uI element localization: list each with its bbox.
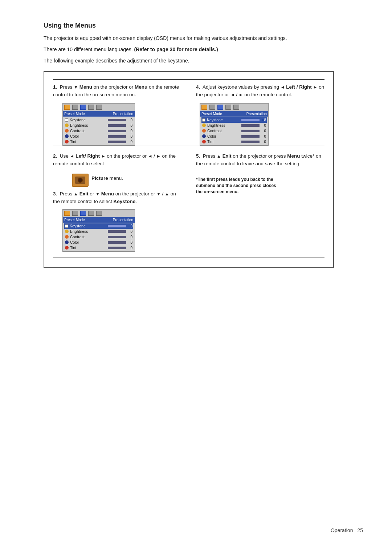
step-3-text: 3. Press ▲ Exit or ▼ Menu on the project… bbox=[53, 190, 181, 206]
contrast-icon-1 bbox=[65, 129, 69, 133]
menu-icon-1a bbox=[64, 105, 70, 110]
menu-icon-3e bbox=[96, 211, 102, 216]
step-5-cell: 5. Press ▲ Exit on the projector or pres… bbox=[192, 150, 324, 252]
menu-preset-label-2: Preset Mode bbox=[201, 112, 222, 116]
keystone-icon-2 bbox=[202, 118, 205, 122]
keystone-bar-3 bbox=[108, 225, 126, 227]
color-label-3: Color bbox=[70, 240, 108, 244]
menu-row-contrast-2: Contrast 0 bbox=[201, 128, 267, 134]
picture-menu-label: Picture menu. bbox=[91, 175, 123, 182]
page: Using the Menus The projector is equippe… bbox=[0, 0, 392, 555]
contrast-bar-3 bbox=[108, 236, 126, 238]
keystone-val-1: 0 bbox=[127, 118, 132, 122]
menu-preset-row-3: Preset Mode Presentation bbox=[63, 217, 135, 223]
color-val-1: 0 bbox=[127, 134, 132, 138]
color-bar-2 bbox=[241, 135, 260, 138]
brightness-label-1: Brightness bbox=[70, 123, 108, 127]
intro2-bold: (Refer to page 30 for more details.) bbox=[134, 46, 218, 52]
contrast-icon-3 bbox=[65, 235, 69, 239]
step-5-text: 5. Press ▲ Exit on the projector or pres… bbox=[196, 153, 324, 168]
keystone-label-2: Keystone bbox=[207, 118, 241, 122]
menu-preset-row-2: Preset Mode Presentation bbox=[200, 111, 268, 117]
tint-val-2: 0 bbox=[261, 140, 266, 144]
brightness-bar-3 bbox=[108, 230, 126, 233]
menu-icon-3b bbox=[72, 211, 78, 216]
brightness-bar-1 bbox=[108, 124, 126, 127]
menu-preset-row-1: Preset Mode Presentation bbox=[63, 111, 135, 117]
color-icon-3 bbox=[65, 240, 69, 244]
menu-preset-label-3: Preset Mode bbox=[64, 218, 85, 222]
brightness-bar-2 bbox=[241, 124, 260, 127]
tint-label-1: Tint bbox=[70, 139, 108, 144]
menu-screenshot-3: Preset Mode Presentation Keystone 0 Brig bbox=[62, 209, 135, 252]
menu-row-keystone-3: Keystone 0 bbox=[64, 223, 133, 229]
steps-bottom-grid: 2. Use ◄ Left/ Right ► on the projector … bbox=[53, 150, 324, 252]
brightness-label-2: Brightness bbox=[207, 123, 241, 127]
menu-header-2 bbox=[200, 104, 268, 111]
step-4-cell: 4. Adjust keystone values by pressing ◄ … bbox=[192, 80, 324, 146]
brightness-val-2: 0 bbox=[261, 123, 266, 127]
tint-bar-2 bbox=[241, 141, 260, 143]
tint-icon-3 bbox=[65, 246, 69, 250]
brightness-val-3: 0 bbox=[127, 230, 132, 234]
menu-row-contrast-3: Contrast 0 bbox=[64, 234, 133, 240]
menu-icon-2a bbox=[201, 105, 207, 110]
keystone-val-3: 0 bbox=[127, 224, 132, 228]
menu-row-brightness-1: Brightness 0 bbox=[64, 123, 133, 128]
keystone-bar-2 bbox=[241, 119, 260, 121]
menu-preset-label-1: Preset Mode bbox=[64, 112, 85, 116]
menu-row-color-2: Color 0 bbox=[201, 134, 267, 139]
picture-icon bbox=[72, 174, 89, 187]
menu-icon-2e bbox=[233, 105, 239, 110]
contrast-val-1: 0 bbox=[127, 129, 132, 133]
menu-screenshot-1: Preset Mode Presentation Keystone 0 Brig bbox=[62, 103, 135, 146]
footer-page: 25 bbox=[357, 527, 363, 533]
contrast-val-2: 0 bbox=[261, 129, 266, 133]
step-1-cell: 1. Press ▼ Menu on the projector or Menu… bbox=[53, 80, 185, 146]
tint-val-1: 0 bbox=[127, 140, 132, 144]
section-title: Using the Menus bbox=[44, 22, 363, 29]
brightness-icon-2 bbox=[202, 123, 206, 127]
menu-icon-2c bbox=[217, 105, 223, 110]
intro-para-1: The projector is equipped with on-screen… bbox=[44, 35, 316, 42]
tint-label-2: Tint bbox=[207, 139, 241, 144]
keystone-bar-1 bbox=[108, 119, 126, 121]
menu-row-color-1: Color 0 bbox=[64, 134, 133, 139]
step-4-text: 4. Adjust keystone values by pressing ◄ … bbox=[196, 84, 324, 99]
contrast-label-2: Contrast bbox=[207, 129, 241, 133]
menu-row-tint-2: Tint 0 bbox=[201, 139, 267, 145]
picture-menu-row: Picture menu. bbox=[62, 171, 181, 187]
menu-row-keystone-1: Keystone 0 bbox=[64, 117, 133, 123]
menu-row-brightness-3: Brightness 0 bbox=[64, 229, 133, 234]
menu-icon-2b bbox=[209, 105, 215, 110]
menu-preset-value-1: Presentation bbox=[113, 112, 133, 116]
menu-screenshot-2: Preset Mode Presentation Keystone +8 Bri bbox=[200, 103, 269, 146]
brightness-icon-3 bbox=[65, 230, 69, 233]
steps-top-grid: 1. Press ▼ Menu on the projector or Menu… bbox=[53, 80, 324, 146]
brightness-icon-1 bbox=[65, 123, 69, 127]
menu-icon-1c bbox=[80, 105, 86, 110]
step-2-num: 2. bbox=[53, 153, 57, 159]
menu-preset-value-2: Presentation bbox=[246, 112, 267, 116]
color-icon-2 bbox=[202, 134, 206, 138]
tint-val-3: 0 bbox=[127, 246, 132, 250]
step-1-num: 1. bbox=[53, 84, 57, 90]
tint-icon-1 bbox=[65, 140, 69, 143]
brightness-label-3: Brightness bbox=[70, 229, 108, 234]
menu-rows-3: Keystone 0 Brightness 0 Contrast bbox=[63, 223, 135, 251]
step-2-3-cell: 2. Use ◄ Left/ Right ► on the projector … bbox=[53, 150, 185, 252]
menu-row-brightness-2: Brightness 0 bbox=[201, 123, 267, 128]
keystone-icon-1 bbox=[65, 118, 68, 122]
step-2-text: 2. Use ◄ Left/ Right ► on the projector … bbox=[53, 153, 181, 168]
picture-icon-inner bbox=[75, 177, 85, 184]
intro-para-2: There are 10 different menu languages. (… bbox=[44, 46, 316, 53]
color-bar-1 bbox=[108, 135, 126, 138]
menu-row-contrast-1: Contrast 0 bbox=[64, 128, 133, 134]
keystone-val-2: +8 bbox=[261, 118, 266, 122]
color-val-2: 0 bbox=[261, 134, 266, 138]
footnote-text: *The first press leads you back to the s… bbox=[196, 177, 279, 195]
contrast-val-3: 0 bbox=[127, 235, 132, 239]
contrast-label-1: Contrast bbox=[70, 129, 108, 133]
contrast-bar-1 bbox=[108, 130, 126, 132]
intro-para-3: The following example describes the adju… bbox=[44, 57, 316, 65]
